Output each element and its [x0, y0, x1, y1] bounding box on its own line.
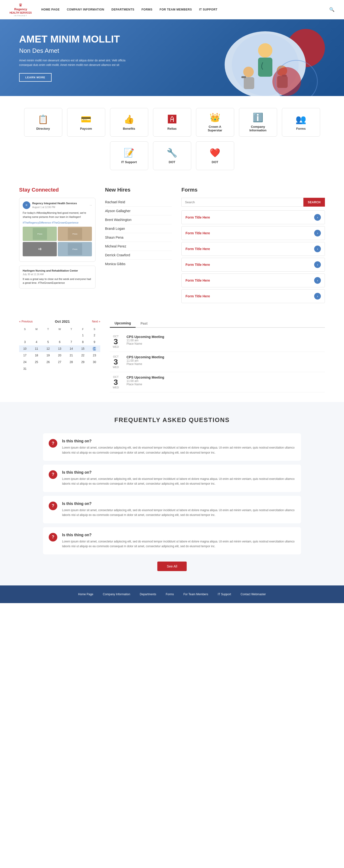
tab-past[interactable]: Past — [135, 319, 152, 327]
nav-home[interactable]: HOME PAGE — [41, 8, 60, 11]
search-icon[interactable]: 🔍 — [329, 7, 335, 12]
cal-cell[interactable]: 28 — [65, 359, 77, 366]
new-hire-3[interactable]: Brandi Logan — [105, 224, 172, 233]
navbar: ♛ RegencyHEALTH SERVICES INTRANET HOME P… — [0, 0, 344, 19]
cal-next-button[interactable]: Next » — [92, 320, 100, 323]
footer-company[interactable]: Company Information — [103, 593, 130, 596]
cal-cell[interactable]: 17 — [19, 352, 31, 359]
logo[interactable]: ♛ RegencyHEALTH SERVICES INTRANET — [9, 2, 32, 17]
faq-see-all-button[interactable]: See All — [157, 562, 187, 571]
form-item-5[interactable]: Form Title Here › — [181, 289, 325, 303]
form-item-4[interactable]: Form Title Here › — [181, 274, 325, 287]
footer-links: Home Page Company Information Department… — [19, 593, 325, 596]
footer-it[interactable]: IT Support — [218, 593, 231, 596]
cal-cell[interactable]: 1 — [77, 332, 89, 339]
cal-cell[interactable] — [42, 332, 54, 339]
quick-link-it[interactable]: DOT — [153, 142, 191, 170]
nav-departments[interactable]: DEPARTMENTS — [112, 8, 134, 11]
cal-cell[interactable]: 12 — [42, 345, 54, 352]
footer-webmaster[interactable]: Contact Webmaster — [241, 593, 266, 596]
cal-cell[interactable]: 9 — [89, 339, 100, 345]
cal-cell[interactable] — [31, 332, 42, 339]
forms-icon — [124, 148, 134, 158]
cal-cell[interactable]: 18 — [31, 352, 42, 359]
cal-cell[interactable]: 4 — [31, 339, 42, 345]
form-item-0[interactable]: Form Title Here › — [181, 211, 325, 224]
cal-cell[interactable]: 23 — [89, 352, 100, 359]
cal-cell[interactable]: 19 — [42, 352, 54, 359]
cal-cell[interactable]: 26 — [42, 359, 54, 366]
cal-cell[interactable]: 29 — [77, 359, 89, 366]
cal-cell[interactable]: 5 — [42, 339, 54, 345]
cal-cell[interactable]: 6 — [54, 339, 66, 345]
learn-more-button[interactable]: LEARN MORE — [19, 73, 52, 82]
cal-cell[interactable]: 10 — [19, 345, 31, 352]
new-hire-4[interactable]: Shaun Pena — [105, 233, 172, 242]
footer-departments[interactable]: Departments — [139, 593, 156, 596]
cal-cell[interactable] — [19, 332, 31, 339]
cal-today[interactable]: 16 — [89, 345, 100, 352]
new-hire-5[interactable]: Micheal Perez — [105, 242, 172, 251]
cal-cell[interactable] — [89, 366, 100, 372]
cal-cell[interactable]: 22 — [77, 352, 89, 359]
cal-cell[interactable] — [54, 366, 66, 372]
forms-search-button[interactable]: SEARCH — [304, 198, 325, 207]
nav-forms[interactable]: FORMS — [142, 8, 153, 11]
img-svg-3: Photo — [68, 243, 82, 255]
cal-cell[interactable]: 2 — [89, 332, 100, 339]
new-hire-0[interactable]: Rachael Reid — [105, 198, 172, 207]
cal-cell[interactable]: 24 — [19, 359, 31, 366]
quick-link-relias[interactable]: Relias — [153, 108, 191, 136]
cal-cell[interactable] — [77, 366, 89, 372]
nav-it[interactable]: IT SUPPORT — [199, 8, 217, 11]
footer-home[interactable]: Home Page — [78, 593, 93, 596]
form-item-1[interactable]: Form Title Here › — [181, 226, 325, 240]
quick-link-departments[interactable]: Forms — [282, 108, 320, 136]
cal-cell[interactable]: 11 — [31, 345, 42, 352]
cal-cell[interactable] — [31, 366, 42, 372]
cal-cell[interactable]: 3 — [19, 339, 31, 345]
cal-prev-button[interactable]: « Previous — [19, 320, 33, 323]
quick-link-directory[interactable]: Directory — [24, 108, 62, 136]
cal-cell[interactable]: 20 — [54, 352, 66, 359]
post-2-text: It was a great way to close out the week… — [23, 277, 92, 285]
cal-cell[interactable]: 14 — [65, 345, 77, 352]
form-item-3[interactable]: Form Title Here › — [181, 258, 325, 272]
footer-team[interactable]: For Team Members — [183, 593, 208, 596]
nav-team[interactable]: FOR TEAM MEMBERS — [160, 8, 192, 11]
cal-cell[interactable] — [65, 366, 77, 372]
faq-0-question: Is this thing on? — [62, 439, 295, 443]
post-1-more-icon[interactable]: ··· — [90, 203, 92, 207]
nav-company[interactable]: COMPANY INFORMATION — [67, 8, 104, 11]
quick-link-company[interactable]: Company Information — [239, 108, 277, 136]
benefits-icon — [124, 115, 134, 124]
cal-cell[interactable] — [65, 332, 77, 339]
cal-cell[interactable]: 15 — [77, 345, 89, 352]
quick-link-paycom[interactable]: Paycom — [67, 108, 105, 136]
post-1-avatar: R — [23, 202, 30, 209]
cal-cell[interactable]: 31 — [19, 366, 31, 372]
cal-cell[interactable]: 21 — [65, 352, 77, 359]
new-hire-6[interactable]: Derrick Crawford — [105, 251, 172, 260]
tab-upcoming[interactable]: Upcoming — [110, 319, 135, 328]
post-img-1: Photo — [23, 227, 57, 241]
new-hire-2[interactable]: Brent Washington — [105, 215, 172, 224]
quick-link-dot[interactable]: DOT — [196, 142, 234, 170]
cal-cell[interactable]: 13 — [54, 345, 66, 352]
form-item-2[interactable]: Form Title Here › — [181, 242, 325, 256]
new-hire-1[interactable]: Alyson Gallagher — [105, 207, 172, 215]
event-0-name: CPS Upcoming Meeting — [127, 335, 325, 339]
forms-search-input[interactable] — [181, 198, 304, 207]
footer-forms[interactable]: Forms — [166, 593, 174, 596]
cal-cell[interactable] — [54, 332, 66, 339]
new-hire-7[interactable]: Monica Gibbs — [105, 260, 172, 268]
cal-cell[interactable] — [42, 366, 54, 372]
cal-cell[interactable]: 27 — [54, 359, 66, 366]
quick-link-crown[interactable]: Crown A Superstar — [196, 108, 234, 136]
cal-cell[interactable]: 30 — [89, 359, 100, 366]
cal-cell[interactable]: 8 — [77, 339, 89, 345]
quick-link-benefits[interactable]: Benefits — [110, 108, 148, 136]
cal-cell[interactable]: 7 — [65, 339, 77, 345]
cal-cell[interactable]: 25 — [31, 359, 42, 366]
quick-link-forms2[interactable]: IT Support — [110, 142, 148, 170]
